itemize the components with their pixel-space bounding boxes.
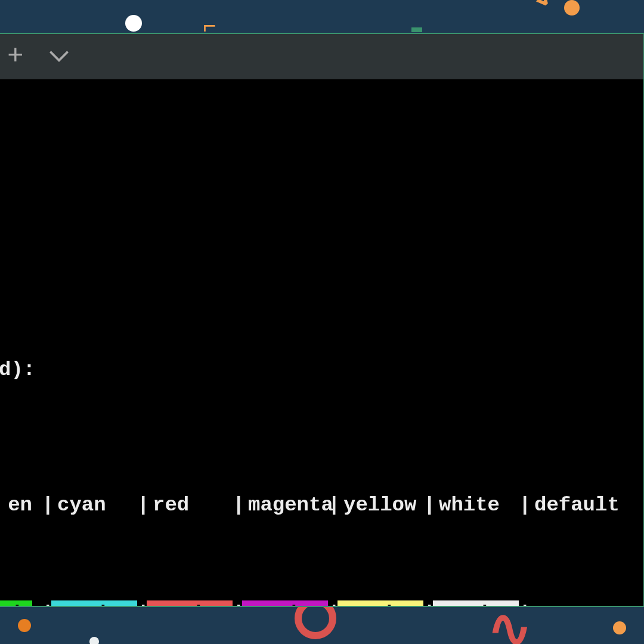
tab-dropdown-button[interactable]	[48, 45, 70, 68]
deco-dot	[125, 15, 142, 32]
deco-dot	[89, 637, 99, 644]
deco-bar	[411, 27, 422, 32]
header-row: en | cyan | red | magenta | yellow | whi…	[0, 492, 643, 519]
header-col-default: default	[528, 492, 614, 519]
terminal-window: + d): en | cyan | red | magenta | yellow…	[0, 33, 644, 607]
deco-dot	[613, 621, 626, 634]
separator: |	[423, 600, 433, 606]
terminal-output[interactable]: d): en | cyan | red | magenta | yellow |…	[0, 79, 643, 606]
label-fragment: d):	[0, 357, 35, 384]
header-col-red: red	[147, 492, 233, 519]
cell: Words	[338, 600, 423, 606]
header-col-green: en	[0, 492, 32, 519]
tab-bar: +	[0, 34, 643, 79]
deco-squiggle: ˇ	[316, 0, 345, 21]
separator: |	[328, 600, 338, 606]
deco-dot	[564, 0, 580, 16]
cell: Words	[242, 600, 328, 606]
separator: |	[519, 600, 528, 606]
separator: |	[42, 600, 51, 606]
cell: Words	[433, 600, 519, 606]
cell: Words	[147, 600, 233, 606]
separator: |	[233, 600, 242, 606]
header-col-white: white	[433, 492, 519, 519]
deco-squiggle: ∿	[488, 614, 532, 644]
header-col-cyan: cyan	[51, 492, 137, 519]
header-col-magenta: magenta	[242, 492, 328, 519]
deco-dot	[18, 619, 31, 632]
separator: |	[42, 492, 51, 519]
header-col-yellow: yellow	[338, 492, 423, 519]
separator: |	[137, 600, 147, 606]
new-tab-button[interactable]: +	[7, 43, 24, 70]
cell: Words	[51, 600, 137, 606]
table-row: ds|Words|Words|Words|Words|Words|Words	[0, 600, 643, 606]
cell: ds	[0, 600, 32, 606]
